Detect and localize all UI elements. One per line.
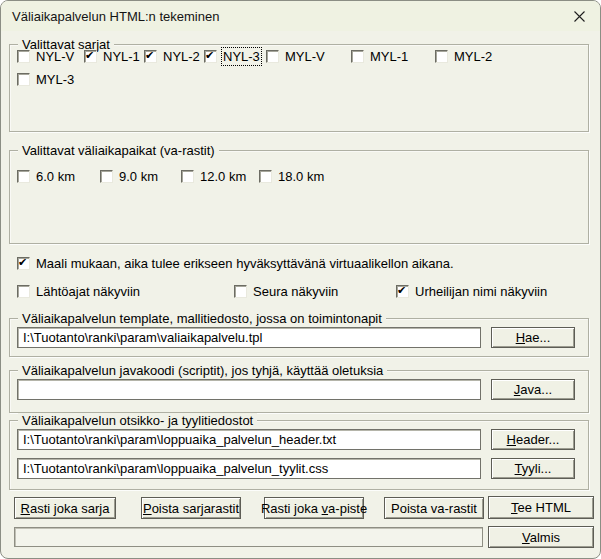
checkbox-myl-v-box (266, 50, 279, 63)
checkbox-9km-box (100, 170, 113, 183)
java-button[interactable]: Java... (491, 379, 575, 400)
checkbox-myl-v[interactable]: MYL-V (266, 49, 325, 63)
header-file-input[interactable] (17, 429, 481, 450)
checkbox-nyl-3-box (204, 50, 217, 63)
header-button[interactable]: Header... (491, 429, 575, 450)
checkbox-urheilijan-nimi[interactable]: Urheilijan nimi näkyviin (396, 284, 547, 298)
poista-va-rastit-button[interactable]: Poista va-rastit (384, 497, 484, 519)
header-button-label: Header... (507, 432, 560, 447)
rasti-joka-va-piste-button[interactable]: Rasti joka va-piste (264, 497, 364, 519)
checkbox-nyl-2-label: NYL-2 (163, 49, 200, 64)
checkbox-urheilijan-nimi-label: Urheilijan nimi näkyviin (415, 284, 547, 299)
checkbox-lahtoajat-box (17, 285, 30, 298)
poista-sarjarastit-button[interactable]: Poista sarjarastit (141, 497, 241, 519)
checkbox-myl-1[interactable]: MYL-1 (351, 49, 408, 63)
checkbox-maali-mukaan[interactable]: Maali mukaan, aika tulee erikseen hyväks… (17, 256, 454, 270)
checkbox-6km-box (17, 170, 30, 183)
checkbox-maali-mukaan-box (17, 257, 30, 270)
valmis-label: Valmis (522, 530, 560, 545)
checkbox-myl-1-box (351, 50, 364, 63)
checkbox-myl-3-label: MYL-3 (36, 72, 74, 87)
checkbox-seura[interactable]: Seura näkyviin (234, 284, 338, 298)
java-file-input[interactable] (17, 379, 481, 400)
checkbox-myl-3[interactable]: MYL-3 (17, 72, 74, 86)
tee-html-label: Tee HTML (511, 500, 571, 515)
checkbox-6km[interactable]: 6.0 km (17, 169, 75, 183)
checkbox-myl-2[interactable]: MYL-2 (435, 49, 492, 63)
checkbox-urheilijan-nimi-box (396, 285, 409, 298)
close-button[interactable] (567, 5, 591, 28)
group-javakoodi-title: Väliaikapalvelun javakoodi (scriptit), j… (18, 363, 387, 378)
checkbox-seura-box (234, 285, 247, 298)
progress-strip (14, 527, 483, 547)
checkbox-maali-mukaan-label: Maali mukaan, aika tulee erikseen hyväks… (36, 256, 454, 271)
css-file-input[interactable] (17, 458, 481, 479)
checkbox-nyl-1-label: NYL-1 (103, 49, 140, 64)
group-template-title: Väliaikapalvelun template, mallitiedosto… (18, 311, 386, 326)
close-icon (573, 10, 586, 23)
checkbox-12km-label: 12.0 km (200, 169, 246, 184)
checkbox-nyl-2-box (144, 50, 157, 63)
checkbox-18km-label: 18.0 km (278, 169, 324, 184)
titlebar: Väliaikapalvelun HTML:n tekeminen (1, 1, 600, 31)
checkbox-myl-2-box (435, 50, 448, 63)
rasti-joka-va-piste-label: Rasti joka va-piste (261, 501, 367, 516)
window-title: Väliaikapalvelun HTML:n tekeminen (12, 9, 219, 24)
dialog-window: Väliaikapalvelun HTML:n tekeminen Valitt… (0, 0, 601, 559)
poista-va-rastit-label: Poista va-rastit (391, 501, 477, 516)
group-vapaikat-title: Valittavat väliaikapaikat (va-rastit) (18, 143, 219, 158)
checkbox-lahtoajat[interactable]: Lähtöajat näkyviin (17, 284, 140, 298)
checkbox-myl-1-label: MYL-1 (370, 49, 408, 64)
hae-button-label: Hae... (516, 330, 551, 345)
rasti-joka-sarja-button[interactable]: Rasti joka sarja (14, 497, 116, 519)
poista-sarjarastit-label: Poista sarjarastit (143, 501, 239, 516)
checkbox-6km-label: 6.0 km (36, 169, 75, 184)
java-button-label: Java... (514, 382, 552, 397)
checkbox-nyl-3-label: NYL-3 (223, 49, 260, 64)
valmis-button[interactable]: Valmis (488, 526, 594, 548)
tee-html-button[interactable]: Tee HTML (488, 496, 594, 519)
checkbox-myl-2-label: MYL-2 (454, 49, 492, 64)
checkbox-seura-label: Seura näkyviin (253, 284, 338, 299)
group-vapaikat: Valittavat väliaikapaikat (va-rastit) (9, 150, 589, 244)
checkbox-myl-3-box (17, 73, 30, 86)
checkbox-9km[interactable]: 9.0 km (100, 169, 158, 183)
checkbox-nyl-2[interactable]: NYL-2 (144, 49, 200, 63)
checkbox-nyl-1-box (84, 50, 97, 63)
checkbox-18km-box (259, 170, 272, 183)
rasti-joka-sarja-label: Rasti joka sarja (21, 501, 110, 516)
checkbox-9km-label: 9.0 km (119, 169, 158, 184)
checkbox-nyl-3[interactable]: NYL-3 (204, 49, 260, 63)
checkbox-nyl-v-box (17, 50, 30, 63)
hae-button[interactable]: Hae... (491, 327, 575, 348)
checkbox-18km[interactable]: 18.0 km (259, 169, 324, 183)
checkbox-12km-box (181, 170, 194, 183)
checkbox-nyl-1[interactable]: NYL-1 (84, 49, 140, 63)
template-file-input[interactable] (17, 327, 481, 348)
checkbox-myl-v-label: MYL-V (285, 49, 325, 64)
checkbox-nyl-v[interactable]: NYL-V (17, 49, 74, 63)
checkbox-nyl-v-label: NYL-V (36, 49, 74, 64)
group-otsikko-tyyli-title: Väliaikapalvelun otsikko- ja tyylitiedos… (18, 413, 257, 428)
tyyli-button[interactable]: Tyyli... (491, 458, 575, 479)
checkbox-lahtoajat-label: Lähtöajat näkyviin (36, 284, 140, 299)
tyyli-button-label: Tyyli... (515, 461, 552, 476)
checkbox-12km[interactable]: 12.0 km (181, 169, 246, 183)
